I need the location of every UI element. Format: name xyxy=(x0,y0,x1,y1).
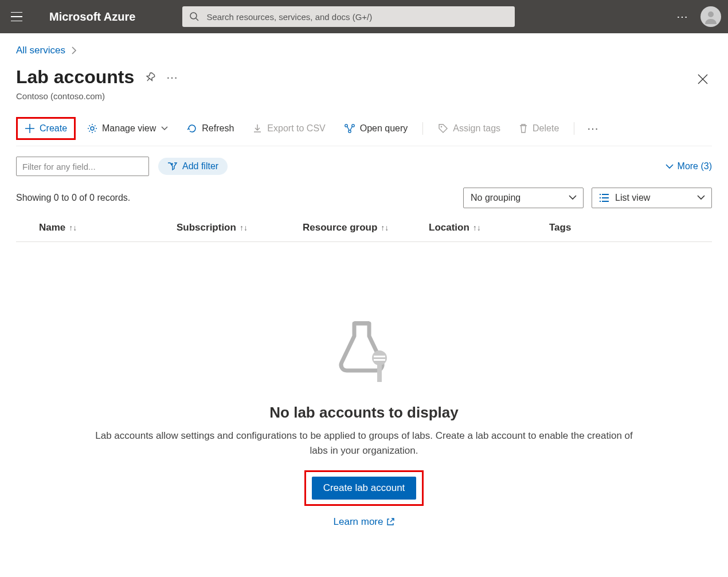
assign-tags-button: Assign tags xyxy=(431,120,507,137)
refresh-label: Refresh xyxy=(202,123,234,134)
column-subscription[interactable]: Subscription↑↓ xyxy=(177,222,303,233)
column-resource-group[interactable]: Resource group↑↓ xyxy=(303,222,429,233)
delete-label: Delete xyxy=(533,123,559,134)
svg-point-2 xyxy=(708,11,714,17)
brand-label: Microsoft Azure xyxy=(49,10,135,24)
breadcrumb-all-services[interactable]: All services xyxy=(16,45,65,56)
global-search xyxy=(182,6,515,27)
chevron-right-icon xyxy=(71,46,77,55)
column-name[interactable]: Name↑↓ xyxy=(16,222,177,233)
directory-subtitle: Contoso (contoso.com) xyxy=(16,91,712,101)
records-status: Showing 0 to 0 of 0 records. xyxy=(16,193,130,203)
filter-icon xyxy=(167,162,178,171)
create-label: Create xyxy=(40,123,67,134)
menu-icon[interactable] xyxy=(7,7,26,26)
more-icon[interactable]: ⋯ xyxy=(166,71,179,84)
empty-state: No lab accounts to display Lab accounts … xyxy=(16,317,712,528)
export-csv-button: Export to CSV xyxy=(245,120,332,137)
chevron-down-icon xyxy=(696,194,706,201)
separator xyxy=(422,122,423,135)
empty-description: Lab accounts allow settings and configur… xyxy=(92,428,636,458)
assign-tags-label: Assign tags xyxy=(453,123,500,134)
close-icon[interactable] xyxy=(697,73,709,85)
chevron-down-icon xyxy=(161,126,169,131)
sort-icon: ↑↓ xyxy=(473,223,481,232)
svg-point-6 xyxy=(349,130,351,132)
list-icon xyxy=(599,194,609,202)
create-lab-account-button[interactable]: Create lab account xyxy=(312,477,417,500)
chevron-down-icon xyxy=(568,194,577,201)
plus-icon xyxy=(25,123,35,134)
column-location[interactable]: Location↑↓ xyxy=(429,222,549,233)
empty-title: No lab accounts to display xyxy=(269,404,458,422)
refresh-icon xyxy=(187,123,197,134)
svg-point-3 xyxy=(91,127,94,130)
manage-view-button[interactable]: Manage view xyxy=(80,120,175,137)
top-navigation-bar: Microsoft Azure ⋯ xyxy=(0,0,728,33)
pin-icon[interactable] xyxy=(144,72,156,83)
view-mode-select[interactable]: List view xyxy=(592,188,712,208)
search-input[interactable] xyxy=(182,6,515,27)
grouping-select[interactable]: No grouping xyxy=(463,188,584,208)
svg-line-1 xyxy=(196,18,198,21)
command-toolbar: Create Manage view Refresh Export to CSV… xyxy=(16,111,712,146)
lab-account-illustration-icon xyxy=(327,317,401,391)
grouping-value: No grouping xyxy=(471,193,520,203)
learn-more-label: Learn more xyxy=(334,516,383,528)
more-icon[interactable]: ⋯ xyxy=(676,10,689,24)
sort-icon: ↑↓ xyxy=(240,223,248,232)
svg-rect-12 xyxy=(374,359,385,361)
more-filters-link[interactable]: More (3) xyxy=(665,161,712,171)
query-icon xyxy=(344,123,355,134)
page-title: Lab accounts xyxy=(16,67,134,88)
manage-view-label: Manage view xyxy=(102,123,156,134)
column-tags[interactable]: Tags xyxy=(549,222,618,233)
highlight-create: Create xyxy=(16,117,76,140)
learn-more-link[interactable]: Learn more xyxy=(334,516,395,528)
svg-point-0 xyxy=(190,13,197,19)
add-filter-button[interactable]: Add filter xyxy=(158,158,228,175)
trash-icon xyxy=(519,123,528,134)
tag-icon xyxy=(438,123,448,134)
sort-icon: ↑↓ xyxy=(69,223,77,232)
svg-point-7 xyxy=(441,126,443,128)
external-link-icon xyxy=(386,518,394,526)
create-button[interactable]: Create xyxy=(18,120,74,137)
more-filters-label: More (3) xyxy=(678,161,712,171)
search-icon xyxy=(189,11,199,22)
toolbar-overflow-icon[interactable]: ⋯ xyxy=(582,122,604,135)
view-mode-value: List view xyxy=(615,193,650,203)
svg-point-9 xyxy=(372,350,387,365)
open-query-label: Open query xyxy=(360,123,408,134)
svg-rect-10 xyxy=(377,365,382,382)
table-header-row: Name↑↓ Subscription↑↓ Resource group↑↓ L… xyxy=(16,214,712,242)
highlight-create-lab: Create lab account xyxy=(304,470,424,506)
avatar[interactable] xyxy=(700,6,721,27)
breadcrumb: All services xyxy=(16,45,712,56)
gear-icon xyxy=(87,123,97,134)
svg-rect-11 xyxy=(374,356,385,357)
delete-button: Delete xyxy=(512,120,566,137)
open-query-button[interactable]: Open query xyxy=(337,120,415,137)
export-csv-label: Export to CSV xyxy=(267,123,325,134)
refresh-button[interactable]: Refresh xyxy=(180,120,241,137)
chevron-down-icon xyxy=(665,163,674,170)
sort-icon: ↑↓ xyxy=(381,223,389,232)
separator xyxy=(574,122,574,135)
add-filter-label: Add filter xyxy=(182,161,218,171)
download-icon xyxy=(252,123,263,134)
svg-rect-8 xyxy=(354,321,369,325)
filter-input[interactable] xyxy=(16,157,149,176)
